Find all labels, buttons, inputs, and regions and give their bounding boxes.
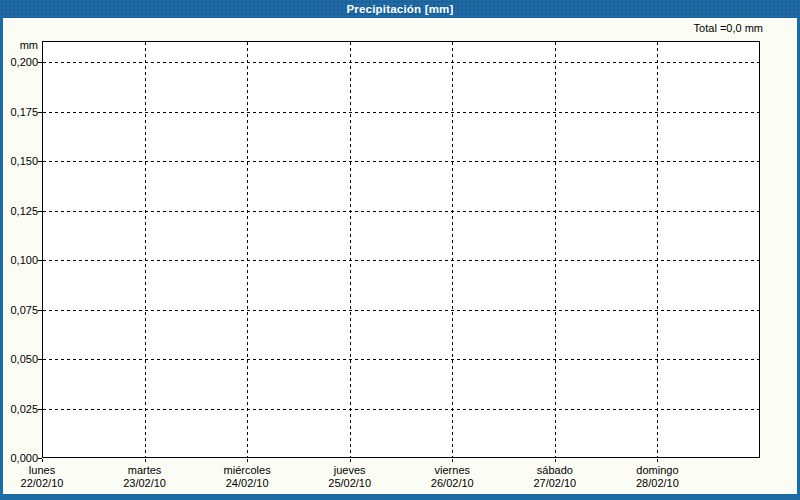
y-tick-label: 0,200 <box>0 55 38 69</box>
total-label: Total =0,0 mm <box>694 22 763 34</box>
x-day-date: 23/02/10 <box>94 477 196 490</box>
x-tick-mark <box>555 459 556 462</box>
h-gridline <box>43 260 759 261</box>
frame-border-bottom <box>0 494 800 500</box>
x-tick-mark <box>247 459 248 462</box>
h-gridline <box>43 359 759 360</box>
y-tick-mark <box>38 161 42 162</box>
y-tick-mark <box>38 62 42 63</box>
x-day-label: sábado27/02/10 <box>504 464 606 490</box>
y-tick-label: 0,025 <box>0 402 38 416</box>
x-day-date: 25/02/10 <box>299 477 401 490</box>
y-tick-mark <box>38 260 42 261</box>
y-tick-mark <box>38 211 42 212</box>
x-day-date: 22/02/10 <box>0 477 93 490</box>
y-tick-label: 0,050 <box>0 352 38 366</box>
x-day-date: 28/02/10 <box>606 477 708 490</box>
x-day-name: martes <box>94 464 196 477</box>
v-gridline <box>452 42 453 457</box>
v-gridline <box>247 42 248 457</box>
chart-window: Precipitación [mm] Total =0,0 mm mm 0,20… <box>0 0 800 500</box>
x-day-label: lunes22/02/10 <box>0 464 93 490</box>
x-day-date: 24/02/10 <box>196 477 298 490</box>
h-gridline <box>43 161 759 162</box>
x-day-name: miércoles <box>196 464 298 477</box>
y-tick-label: 0,075 <box>0 303 38 317</box>
y-tick-mark <box>38 359 42 360</box>
chart-title-bar: Precipitación [mm] <box>0 0 800 18</box>
x-day-name: lunes <box>0 464 93 477</box>
v-gridline <box>657 42 658 457</box>
x-tick-mark <box>42 459 43 462</box>
x-day-name: jueves <box>299 464 401 477</box>
x-day-date: 27/02/10 <box>504 477 606 490</box>
h-gridline <box>43 112 759 113</box>
y-tick-mark <box>38 112 42 113</box>
y-tick-mark <box>38 409 42 410</box>
v-gridline <box>555 42 556 457</box>
y-tick-label: 0,000 <box>0 451 38 465</box>
x-day-label: domingo28/02/10 <box>606 464 708 490</box>
x-day-label: martes23/02/10 <box>94 464 196 490</box>
x-tick-mark <box>350 459 351 462</box>
h-gridline <box>43 62 759 63</box>
x-day-label: viernes26/02/10 <box>401 464 503 490</box>
h-gridline <box>43 409 759 410</box>
x-tick-mark <box>145 459 146 462</box>
x-day-name: domingo <box>606 464 708 477</box>
v-gridline <box>350 42 351 457</box>
y-tick-label: 0,125 <box>0 204 38 218</box>
x-day-name: viernes <box>401 464 503 477</box>
y-tick-mark <box>38 310 42 311</box>
plot-area <box>42 41 760 458</box>
v-gridline <box>145 42 146 457</box>
chart-title: Precipitación [mm] <box>346 3 453 15</box>
x-tick-mark <box>657 459 658 462</box>
x-day-label: jueves25/02/10 <box>299 464 401 490</box>
h-gridline <box>43 310 759 311</box>
x-day-label: miércoles24/02/10 <box>196 464 298 490</box>
x-day-date: 26/02/10 <box>401 477 503 490</box>
h-gridline <box>43 211 759 212</box>
y-tick-label: 0,100 <box>0 253 38 267</box>
x-day-name: sábado <box>504 464 606 477</box>
y-axis-unit: mm <box>0 39 38 51</box>
x-tick-mark <box>452 459 453 462</box>
y-tick-label: 0,150 <box>0 154 38 168</box>
y-tick-label: 0,175 <box>0 105 38 119</box>
